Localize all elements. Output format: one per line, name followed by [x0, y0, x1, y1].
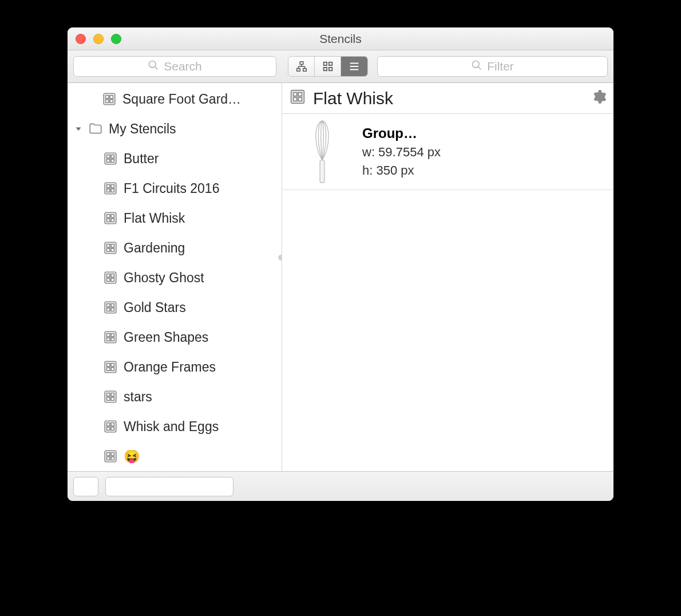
- svg-rect-35: [107, 215, 110, 218]
- search-input[interactable]: Search: [73, 56, 276, 77]
- close-button[interactable]: [76, 34, 86, 44]
- stencil-name: Flat Whisk: [313, 89, 584, 108]
- svg-rect-66: [111, 393, 114, 396]
- shape-height: h: 350 px: [362, 163, 441, 178]
- stencil-item[interactable]: Green Shapes: [68, 322, 282, 352]
- stencil-item-label: Whisk and Eggs: [124, 419, 219, 435]
- sidebar[interactable]: Square Foot Gard… My Stencils Butter: [68, 83, 282, 471]
- stencil-item[interactable]: stars: [68, 382, 282, 412]
- svg-rect-31: [111, 185, 114, 188]
- svg-rect-62: [107, 368, 110, 370]
- svg-rect-21: [106, 100, 109, 102]
- shape-list[interactable]: Group… w: 59.7554 px h: 350 px: [282, 114, 613, 471]
- svg-rect-25: [107, 155, 110, 158]
- stencil-item[interactable]: Square Foot Gard…: [68, 84, 282, 114]
- svg-rect-32: [107, 189, 110, 192]
- search-placeholder: Search: [164, 60, 202, 73]
- stencil-item[interactable]: Whisk and Eggs: [68, 412, 282, 441]
- titlebar[interactable]: Stencils: [68, 27, 613, 50]
- folder-icon: [88, 121, 103, 136]
- svg-rect-58: [111, 338, 114, 341]
- view-hierarchy-button[interactable]: [288, 57, 315, 76]
- stencil-icon: [103, 270, 118, 285]
- svg-rect-65: [107, 393, 110, 396]
- stencil-icon: [103, 449, 118, 464]
- svg-rect-50: [107, 304, 110, 307]
- svg-rect-67: [107, 397, 110, 400]
- stencil-item-label: stars: [124, 389, 152, 405]
- svg-rect-43: [111, 248, 114, 251]
- stencil-item[interactable]: Gardening: [68, 233, 282, 263]
- view-grid-button[interactable]: [315, 57, 341, 76]
- stencil-item-label: Flat Whisk: [124, 211, 185, 226]
- stencil-item-label: Gold Stars: [124, 300, 186, 315]
- svg-rect-71: [111, 423, 114, 426]
- view-list-button[interactable]: [341, 57, 367, 76]
- svg-rect-9: [323, 62, 327, 66]
- chevron-down-icon: [74, 125, 82, 133]
- search-icon: [471, 60, 482, 74]
- footer-field[interactable]: [105, 477, 233, 496]
- content: Square Foot Gard… My Stencils Butter: [68, 83, 613, 471]
- window-title: Stencils: [68, 32, 613, 46]
- gear-icon[interactable]: [591, 89, 607, 108]
- stencil-item[interactable]: Ghosty Ghost: [68, 263, 282, 293]
- stencil-icon: [102, 92, 117, 106]
- toolbar-right: Filter: [282, 50, 613, 82]
- toolbar-left: Search: [68, 50, 282, 82]
- minimize-button[interactable]: [93, 34, 104, 44]
- svg-rect-51: [111, 304, 114, 307]
- stencils-window: Stencils Search: [68, 27, 613, 501]
- footer-toggle[interactable]: [73, 477, 98, 496]
- stencil-item[interactable]: 😝: [68, 441, 282, 471]
- stencil-item-label: Square Foot Gard…: [122, 92, 241, 107]
- footer: [68, 471, 613, 501]
- stencil-item[interactable]: Flat Whisk: [68, 203, 282, 233]
- stencil-item[interactable]: Orange Frames: [68, 352, 282, 382]
- svg-point-16: [473, 61, 480, 68]
- scroll-indicator[interactable]: [278, 255, 282, 260]
- folder-my-stencils[interactable]: My Stencils: [68, 114, 282, 144]
- stencil-item[interactable]: Butter: [68, 144, 282, 173]
- stencil-item-label: Ghosty Ghost: [124, 270, 204, 286]
- main-panel: Flat Whisk: [282, 83, 613, 471]
- svg-rect-27: [107, 159, 110, 162]
- stencil-icon: [103, 389, 118, 404]
- svg-rect-84: [320, 160, 324, 183]
- stencil-tree: Square Foot Gard… My Stencils Butter: [68, 83, 282, 471]
- stencil-icon: [103, 360, 118, 374]
- stencil-item[interactable]: Gold Stars: [68, 293, 282, 322]
- stencil-icon: [103, 181, 118, 196]
- svg-rect-75: [107, 453, 110, 456]
- stencil-icon: [103, 240, 118, 255]
- filter-input[interactable]: Filter: [377, 56, 608, 77]
- svg-rect-36: [111, 215, 114, 218]
- svg-rect-37: [107, 219, 110, 222]
- svg-rect-41: [111, 244, 114, 247]
- zoom-button[interactable]: [111, 34, 121, 44]
- svg-line-17: [478, 66, 481, 69]
- stencil-item-label: Butter: [124, 151, 159, 167]
- shape-title: Group…: [362, 125, 441, 141]
- svg-rect-63: [111, 368, 114, 370]
- svg-rect-72: [107, 427, 110, 430]
- svg-rect-30: [107, 185, 110, 188]
- svg-rect-78: [111, 457, 114, 460]
- svg-rect-70: [107, 423, 110, 426]
- svg-rect-77: [107, 457, 110, 460]
- svg-rect-55: [107, 334, 110, 337]
- shape-meta: Group… w: 59.7554 px h: 350 px: [362, 125, 441, 178]
- stencil-item-label: Green Shapes: [124, 330, 208, 345]
- svg-rect-12: [328, 68, 332, 71]
- svg-rect-53: [111, 308, 114, 311]
- shape-row[interactable]: Group… w: 59.7554 px h: 350 px: [282, 114, 613, 190]
- svg-rect-82: [294, 97, 297, 101]
- stencil-item[interactable]: F1 Circuits 2016: [68, 173, 282, 203]
- svg-rect-46: [111, 274, 114, 277]
- stencil-icon: [103, 419, 118, 434]
- svg-rect-10: [328, 62, 332, 66]
- svg-rect-73: [111, 427, 114, 430]
- svg-rect-68: [111, 397, 114, 400]
- svg-rect-56: [111, 334, 114, 337]
- svg-rect-47: [107, 278, 110, 281]
